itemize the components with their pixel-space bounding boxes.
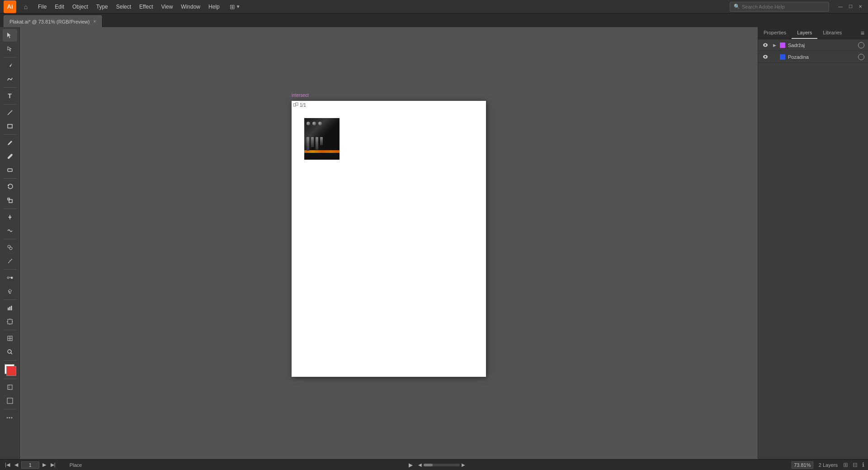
tab-libraries[interactable]: Libraries: [817, 27, 847, 39]
menu-effect[interactable]: Effect: [136, 2, 156, 12]
artboard-icon[interactable]: ⊞: [843, 461, 848, 468]
grid-icon[interactable]: ⊟: [853, 461, 858, 468]
svg-rect-17: [11, 306, 12, 310]
nav-first-page[interactable]: |◀: [4, 462, 11, 468]
eyedropper-tool-button[interactable]: [3, 255, 17, 267]
zoom-tool-button[interactable]: [3, 346, 17, 358]
svg-line-27: [11, 353, 12, 354]
layer-row-sadrzaj[interactable]: ▶ Sadržaj: [758, 39, 868, 51]
warp-tool-button[interactable]: [3, 224, 17, 237]
layer-visibility-sadrzaj[interactable]: [762, 42, 769, 49]
column-graph-tool-button[interactable]: [3, 302, 17, 314]
tab-properties[interactable]: Properties: [758, 27, 792, 39]
drawing-mode-button[interactable]: [3, 381, 17, 394]
direct-selection-tool-button[interactable]: [3, 43, 17, 55]
menu-type[interactable]: Type: [93, 2, 112, 12]
svg-line-0: [8, 110, 12, 115]
artboard: intersect 1/1: [292, 101, 486, 377]
line-tool-button[interactable]: [3, 106, 17, 119]
panel-menu-button[interactable]: ≡: [857, 28, 868, 38]
selection-tool-button[interactable]: [3, 29, 17, 42]
page-number-input[interactable]: [21, 461, 39, 469]
placed-image: [304, 118, 340, 160]
toolbar-separator-9: [4, 299, 16, 300]
workspace-icon: ⊞: [230, 3, 235, 10]
tab-close-button[interactable]: ×: [93, 19, 96, 24]
maximize-button[interactable]: ☐: [846, 3, 854, 11]
symbol-sprayer-tool-button[interactable]: [3, 285, 17, 298]
tab-layers[interactable]: Layers: [792, 27, 817, 39]
scroll-right-button[interactable]: ▶: [462, 462, 465, 467]
svg-point-36: [764, 56, 766, 58]
width-tool-button[interactable]: [3, 211, 17, 223]
layer-color-sadrzaj: [780, 43, 785, 48]
menu-object[interactable]: Object: [69, 2, 92, 12]
menu-view[interactable]: View: [158, 2, 177, 12]
menu-file[interactable]: File: [34, 2, 50, 12]
main-content: T: [0, 27, 868, 459]
fill-color-foreground: [6, 366, 16, 376]
rectangle-tool-button[interactable]: [3, 120, 17, 133]
artboard-corner-icon: [292, 102, 299, 109]
toolbar-separator-5: [4, 178, 16, 179]
layer-row-pozadina[interactable]: ▶ Pozadina: [758, 51, 868, 63]
knob-2: [312, 122, 316, 125]
layer-target-sadrzaj[interactable]: [858, 42, 864, 48]
svg-rect-31: [293, 104, 296, 106]
workspace-arrow[interactable]: ▼: [236, 4, 241, 9]
left-toolbar: T: [0, 27, 20, 459]
pencil-tool-button[interactable]: [3, 150, 17, 163]
blend-tool-button[interactable]: [3, 271, 17, 284]
artboard-tool-button[interactable]: [3, 315, 17, 328]
nav-last-page[interactable]: ▶|: [49, 462, 57, 468]
search-input[interactable]: [742, 4, 825, 9]
paintbrush-tool-button[interactable]: [3, 137, 17, 149]
rotate-tool-button[interactable]: [3, 180, 17, 193]
eraser-tool-button[interactable]: [3, 164, 17, 176]
svg-point-34: [764, 44, 766, 46]
minimize-button[interactable]: —: [836, 3, 844, 11]
shape-builder-tool-button[interactable]: [3, 241, 17, 254]
layer-target-pozadina[interactable]: [858, 54, 864, 60]
pen-tool-button[interactable]: [3, 59, 17, 72]
curvature-tool-button[interactable]: [3, 73, 17, 85]
status-bar: |◀ ◀ ▶ ▶| Place ▶ ◀ ▶ 2 Layers ⊞ ⊟ ℹ: [0, 459, 868, 470]
svg-rect-2: [8, 169, 12, 171]
nav-prev-page[interactable]: ◀: [13, 462, 19, 468]
canvas-area[interactable]: intersect 1/1: [20, 27, 758, 459]
type-tool-button[interactable]: T: [3, 90, 17, 102]
screen-mode-button[interactable]: [3, 394, 17, 407]
search-icon: 🔍: [734, 4, 740, 9]
layer-visibility-pozadina[interactable]: [762, 53, 769, 61]
close-button[interactable]: ✕: [856, 3, 864, 11]
zoom-input[interactable]: [792, 461, 813, 469]
document-tab[interactable]: Plakat.ai* @ 73.81% (RGB/Preview) ×: [4, 15, 102, 27]
toolbar-separator-12: [4, 379, 16, 379]
fader-col-4: [320, 137, 323, 151]
layer-expand-sadrzaj[interactable]: ▶: [772, 43, 777, 48]
color-swatch[interactable]: [3, 362, 17, 377]
fader-col-2: [311, 137, 314, 151]
info-icon[interactable]: ℹ: [862, 461, 864, 468]
slice-tool-button[interactable]: [3, 332, 17, 345]
home-button[interactable]: ⌂: [20, 1, 32, 13]
svg-rect-16: [9, 307, 10, 310]
window-controls: — ☐ ✕: [836, 3, 864, 11]
menu-help[interactable]: Help: [205, 2, 223, 12]
svg-point-10: [8, 290, 9, 291]
menu-window[interactable]: Window: [177, 2, 204, 12]
layer-expand-pozadina[interactable]: ▶: [772, 54, 777, 60]
menu-bar: Ai ⌂ File Edit Object Type Select Effect…: [0, 0, 868, 14]
menu-edit[interactable]: Edit: [51, 2, 68, 12]
place-label: Place: [70, 462, 82, 468]
menu-select[interactable]: Select: [113, 2, 135, 12]
scroll-left-button[interactable]: ◀: [418, 462, 422, 467]
scale-tool-button[interactable]: [3, 194, 17, 207]
nav-next-page[interactable]: ▶: [41, 462, 47, 468]
more-tools-button[interactable]: •••: [3, 411, 17, 424]
knob-3: [318, 122, 322, 125]
play-button[interactable]: ▶: [409, 462, 413, 468]
artboard-label: intersect: [292, 93, 309, 98]
svg-rect-30: [7, 398, 13, 404]
search-box[interactable]: 🔍: [730, 2, 829, 12]
